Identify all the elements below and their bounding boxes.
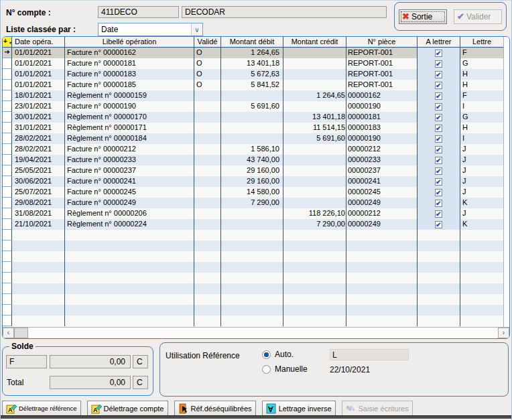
row-selector-cell[interactable] bbox=[3, 123, 12, 133]
cell-libelle[interactable] bbox=[65, 251, 194, 262]
cell-a-lettrer[interactable]: ✔ bbox=[418, 176, 460, 187]
cell-piece[interactable] bbox=[346, 283, 418, 294]
cell-piece[interactable] bbox=[346, 294, 418, 305]
cell-credit[interactable] bbox=[283, 155, 346, 165]
cell-lettre[interactable]: J bbox=[460, 176, 504, 187]
cell-lettre[interactable]: G bbox=[460, 112, 504, 123]
cell-lettre[interactable]: G bbox=[460, 58, 504, 69]
lettrer-checkbox[interactable]: ✔ bbox=[435, 50, 442, 57]
valider-button[interactable]: ✔ Valider bbox=[454, 9, 502, 24]
cell-libelle[interactable]: Règlement n° 00000170 bbox=[65, 112, 194, 123]
cell-lettre[interactable] bbox=[460, 305, 504, 316]
cell-credit[interactable] bbox=[283, 48, 346, 58]
col-header-debit[interactable]: Montant débit bbox=[221, 37, 283, 47]
cell-a-lettrer[interactable]: ✔ bbox=[418, 198, 460, 208]
cell-debit[interactable] bbox=[221, 230, 283, 240]
cell-date[interactable]: 25/05/2021 bbox=[12, 165, 65, 176]
cell-a-lettrer[interactable] bbox=[418, 262, 460, 273]
cell-credit[interactable] bbox=[283, 240, 346, 251]
cell-credit[interactable] bbox=[283, 316, 346, 326]
row-selector-cell[interactable] bbox=[3, 262, 12, 273]
cell-debit[interactable] bbox=[221, 283, 283, 294]
cell-a-lettrer[interactable] bbox=[418, 305, 460, 316]
cell-valide[interactable] bbox=[194, 251, 221, 262]
row-selector-cell[interactable] bbox=[3, 80, 12, 90]
cell-libelle[interactable]: Facture n° 00000190 bbox=[65, 101, 194, 112]
cell-date[interactable] bbox=[12, 230, 65, 240]
cell-credit[interactable] bbox=[283, 251, 346, 262]
cell-lettre[interactable] bbox=[460, 294, 504, 305]
account-name-field[interactable]: DECODAR bbox=[182, 6, 387, 18]
cell-date[interactable]: 31/01/2021 bbox=[12, 123, 65, 133]
lettrer-checkbox[interactable]: ✔ bbox=[435, 125, 442, 132]
cell-libelle[interactable] bbox=[65, 316, 194, 326]
cell-debit[interactable] bbox=[221, 273, 283, 283]
table-row[interactable]: 25/05/2021Facture n° 0000023729 160,0000… bbox=[3, 165, 504, 176]
cell-date[interactable]: 23/01/2021 bbox=[12, 101, 65, 112]
cell-lettre[interactable]: J bbox=[460, 208, 504, 219]
cell-credit[interactable] bbox=[283, 230, 346, 240]
cell-debit[interactable] bbox=[221, 112, 283, 123]
cell-date[interactable]: 01/01/2021 bbox=[12, 69, 65, 80]
cell-credit[interactable] bbox=[283, 198, 346, 208]
cell-date[interactable]: 29/08/2021 bbox=[12, 198, 65, 208]
row-selector-cell[interactable] bbox=[3, 58, 12, 69]
scroll-thumb[interactable] bbox=[14, 328, 28, 338]
cell-piece[interactable]: 00000183 bbox=[346, 123, 418, 133]
cell-piece[interactable] bbox=[346, 230, 418, 240]
manuelle-radio-button[interactable] bbox=[262, 365, 271, 374]
cell-debit[interactable]: 1 264,65 bbox=[221, 48, 283, 58]
scroll-track[interactable] bbox=[28, 328, 498, 338]
col-header-credit[interactable]: Montant crédit bbox=[283, 37, 346, 47]
cell-piece[interactable]: 00000233 bbox=[346, 155, 418, 165]
cell-date[interactable] bbox=[12, 283, 65, 294]
cell-debit[interactable] bbox=[221, 251, 283, 262]
cell-a-lettrer[interactable]: ✔ bbox=[418, 90, 460, 101]
cell-libelle[interactable]: Facture n° 00000245 bbox=[65, 187, 194, 198]
cell-valide[interactable]: O bbox=[194, 80, 221, 90]
auto-radio-row[interactable]: Auto. bbox=[262, 350, 294, 359]
cell-date[interactable]: 21/10/2021 bbox=[12, 219, 65, 230]
cell-a-lettrer[interactable] bbox=[418, 316, 460, 326]
table-empty-row[interactable] bbox=[3, 283, 504, 294]
cell-valide[interactable] bbox=[194, 90, 221, 101]
solde-total-sens-field[interactable]: C bbox=[133, 376, 148, 389]
cell-debit[interactable]: 1 586,10 bbox=[221, 144, 283, 155]
cell-lettre[interactable]: F bbox=[460, 48, 504, 58]
cell-lettre[interactable]: H bbox=[460, 69, 504, 80]
cell-lettre[interactable] bbox=[460, 262, 504, 273]
lettrer-checkbox[interactable]: ✔ bbox=[435, 189, 442, 196]
row-selector-cell[interactable] bbox=[3, 155, 12, 165]
table-empty-row[interactable] bbox=[3, 251, 504, 262]
cell-a-lettrer[interactable]: ✔ bbox=[418, 58, 460, 69]
cell-libelle[interactable]: Règlement n° 00000206 bbox=[65, 208, 194, 219]
cell-valide[interactable] bbox=[194, 316, 221, 326]
lettrer-checkbox[interactable]: ✔ bbox=[435, 178, 442, 186]
lettrer-checkbox[interactable]: ✔ bbox=[435, 157, 442, 164]
cell-credit[interactable] bbox=[283, 176, 346, 187]
cell-valide[interactable] bbox=[194, 208, 221, 219]
table-empty-row[interactable] bbox=[3, 262, 504, 273]
cell-piece[interactable] bbox=[346, 240, 418, 251]
cell-date[interactable]: 01/01/2021 bbox=[12, 48, 65, 58]
cell-valide[interactable] bbox=[194, 123, 221, 133]
table-row[interactable]: 28/02/2021Règlement n° 000001845 691,600… bbox=[3, 133, 504, 144]
cell-piece[interactable]: REPORT-001 bbox=[346, 58, 418, 69]
cell-lettre[interactable]: I bbox=[460, 101, 504, 112]
cell-debit[interactable] bbox=[221, 305, 283, 316]
cell-valide[interactable] bbox=[194, 273, 221, 283]
col-header-lettrer[interactable]: A lettrer bbox=[418, 37, 460, 47]
cell-debit[interactable]: 5 672,63 bbox=[221, 69, 283, 80]
table-row[interactable]: 25/07/2021Facture n° 0000024514 580,0000… bbox=[3, 187, 504, 198]
cell-piece[interactable] bbox=[346, 305, 418, 316]
row-selector-cell[interactable] bbox=[3, 187, 12, 198]
table-row[interactable]: 19/04/2021Facture n° 0000023343 740,0000… bbox=[3, 155, 504, 165]
cell-credit[interactable]: 13 401,18 bbox=[283, 112, 346, 123]
table-row[interactable]: 29/08/2021Facture n° 000002497 290,00000… bbox=[3, 198, 504, 208]
cell-a-lettrer[interactable] bbox=[418, 283, 460, 294]
table-row[interactable]: 31/08/2021Règlement n° 00000206118 226,1… bbox=[3, 208, 504, 219]
table-row[interactable]: ➜01/01/2021Facture n° 00000162O1 264,65R… bbox=[3, 48, 504, 58]
cell-debit[interactable]: 5 691,60 bbox=[221, 101, 283, 112]
cell-a-lettrer[interactable]: ✔ bbox=[418, 187, 460, 198]
cell-valide[interactable] bbox=[194, 155, 221, 165]
